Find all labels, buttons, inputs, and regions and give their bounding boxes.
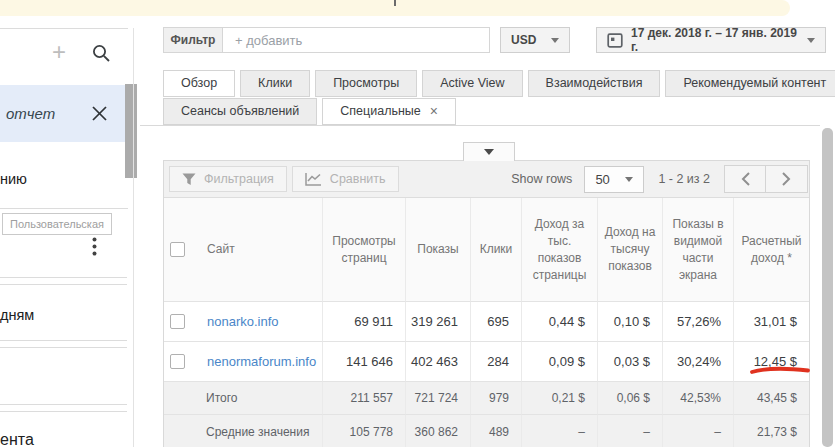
averages-cell: 489: [470, 414, 521, 447]
report-item-label: отчет: [6, 105, 55, 122]
averages-cell: –: [521, 414, 597, 447]
tab-active-view[interactable]: Active View: [422, 70, 522, 97]
sidebar-content-divider: [133, 28, 134, 447]
table-row-site-cell: nonarko.info: [164, 301, 322, 341]
column-header[interactable]: Доход на тысячу показов: [597, 198, 662, 301]
tab-custom[interactable]: Специальные ×: [322, 98, 456, 125]
table-row-site-cell: nenormaforum.info: [164, 341, 322, 381]
red-underline-annotation: [748, 363, 812, 376]
filter-placeholder: + добавить: [235, 33, 302, 48]
tab-views[interactable]: Просмотры: [315, 70, 417, 97]
rows-per-page-select[interactable]: 50: [584, 166, 644, 193]
down-triangle-icon: [484, 149, 494, 155]
date-range-value: 17 дек. 2018 г. – 17 янв. 2019 г.: [631, 26, 799, 54]
tabs-bottom-border: [140, 125, 820, 126]
collapse-chart-button[interactable]: [463, 142, 515, 161]
sidebar-item-fragment: нию: [0, 171, 27, 187]
table-cell: 0,10 $: [597, 301, 662, 341]
column-header[interactable]: Клики: [470, 198, 521, 301]
next-page-button[interactable]: [766, 165, 808, 193]
column-header[interactable]: Показы: [405, 198, 470, 301]
currency-select[interactable]: USD: [500, 27, 570, 53]
sidebar-divider: [0, 347, 127, 348]
sidebar-item-fragment: дням: [0, 307, 34, 323]
sidebar-item-report-selected[interactable]: отчет: [0, 85, 125, 142]
compare-button[interactable]: Сравнить: [292, 166, 399, 192]
column-header[interactable]: Показы в видимой части экрана: [662, 198, 733, 301]
averages-cell: 105 778: [322, 414, 405, 447]
table-cell: 0,44 $: [521, 301, 597, 341]
sidebar-divider: [0, 277, 127, 278]
site-link[interactable]: nonarko.info: [207, 314, 279, 329]
pagination-status: 1 - 2 из 2: [658, 172, 710, 186]
sidebar-divider: [0, 411, 127, 412]
tab-ad-sessions[interactable]: Сеансы объявлений: [163, 98, 317, 125]
report-table-panel: Фильтрация Сравнить Show rows 50 1 - 2 и…: [163, 160, 810, 447]
tab-close-icon[interactable]: ×: [430, 99, 438, 124]
sidebar-divider: [0, 208, 128, 209]
report-tabs-row1: Обзор Клики Просмотры Active View Взаимо…: [163, 70, 835, 97]
column-header-site: Сайт: [164, 198, 322, 301]
add-report-icon[interactable]: +: [52, 38, 66, 66]
table-cell: 31,01 $: [733, 301, 809, 341]
text-cursor-artifact: [394, 0, 396, 6]
table-toolbar: Фильтрация Сравнить Show rows 50 1 - 2 и…: [164, 161, 809, 198]
averages-cell: –: [662, 414, 733, 447]
select-all-checkbox[interactable]: [170, 242, 185, 257]
totals-cell: 0,21 $: [521, 381, 597, 414]
pagination-controls: [724, 165, 808, 193]
table-cell: 57,26%: [662, 301, 733, 341]
sidebar-scrollbar-thumb[interactable]: [125, 84, 137, 178]
table-cell: 30,24%: [662, 341, 733, 381]
filter-add-input[interactable]: + добавить: [222, 27, 490, 53]
date-range-picker[interactable]: 17 дек. 2018 г. – 17 янв. 2019 г.: [596, 27, 826, 53]
calendar-icon: [607, 32, 623, 48]
tab-interactions[interactable]: Взаимодействия: [528, 70, 661, 97]
chevron-down-icon: [807, 38, 815, 43]
filtering-button[interactable]: Фильтрация: [169, 166, 287, 192]
totals-cell: 43,45 $: [733, 381, 809, 414]
chevron-down-icon: [625, 177, 633, 182]
funnel-icon: [182, 173, 196, 186]
averages-cell: 21,73 $: [733, 414, 809, 447]
site-link[interactable]: nenormaforum.info: [207, 354, 316, 369]
totals-cell: 721 724: [405, 381, 470, 414]
sidebar-divider: [0, 28, 128, 29]
tab-overview[interactable]: Обзор: [163, 70, 235, 97]
sidebar-item-fragment: ента: [0, 431, 34, 447]
totals-cell: 211 557: [322, 381, 405, 414]
totals-cell: 979: [470, 381, 521, 414]
report-table: Сайт Просмотры страниц Показы Клики Дохо…: [164, 198, 809, 447]
table-cell: 402 463: [405, 341, 470, 381]
report-tabs-row2: Сеансы объявлений Специальные ×: [163, 98, 456, 125]
main-scrollbar-thumb[interactable]: [822, 128, 833, 447]
averages-label: Средние значения: [164, 414, 322, 447]
close-icon[interactable]: [91, 105, 108, 122]
table-cell: 69 911: [322, 301, 405, 341]
column-header[interactable]: Просмотры страниц: [322, 198, 405, 301]
row-checkbox[interactable]: [170, 314, 185, 329]
compare-chart-icon: [305, 172, 322, 186]
table-cell: 319 261: [405, 301, 470, 341]
totals-cell: 42,53%: [662, 381, 733, 414]
filter-label: Фильтр: [163, 27, 223, 53]
row-checkbox[interactable]: [170, 354, 185, 369]
sidebar-divider: [0, 340, 127, 341]
column-header[interactable]: Расчетный доход *: [733, 198, 809, 301]
custom-report-tag[interactable]: Пользовательская: [2, 213, 112, 235]
currency-value: USD: [511, 33, 536, 47]
search-icon[interactable]: [92, 44, 111, 63]
totals-label: Итого: [164, 381, 322, 414]
table-cell: 284: [470, 341, 521, 381]
kebab-menu-icon[interactable]: [92, 237, 97, 257]
show-rows-label: Show rows: [511, 172, 572, 186]
prev-page-button[interactable]: [724, 165, 766, 193]
column-header[interactable]: Доход за тыс. показов страницы: [521, 198, 597, 301]
averages-cell: –: [597, 414, 662, 447]
chevron-down-icon: [551, 38, 559, 43]
table-cell: 0,03 $: [597, 341, 662, 381]
table-cell: 0,09 $: [521, 341, 597, 381]
tab-recommended-content[interactable]: Рекомендуемый контент: [665, 70, 835, 97]
tab-clicks[interactable]: Клики: [240, 70, 310, 97]
totals-cell: 0,06 $: [597, 381, 662, 414]
